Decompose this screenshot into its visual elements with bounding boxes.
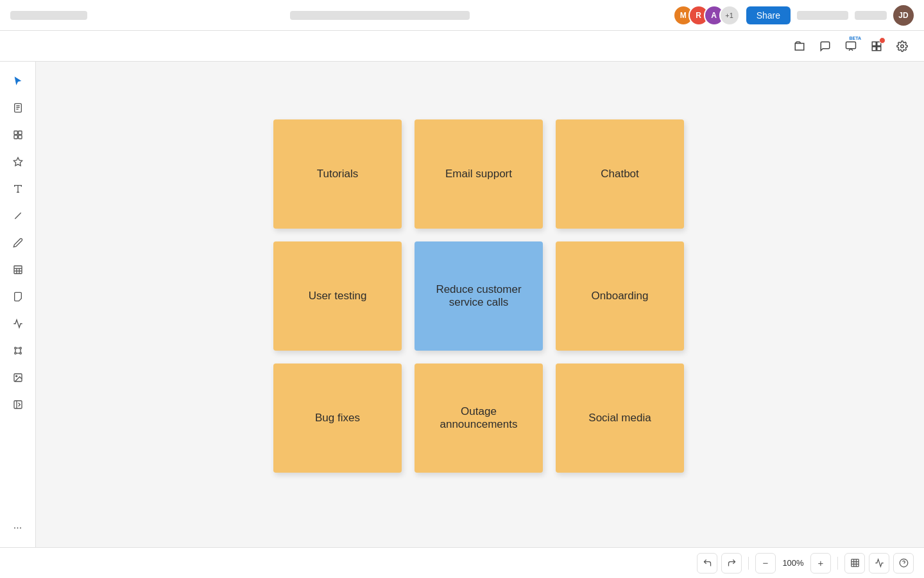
topbar-title: [10, 11, 87, 20]
avatar-current-user: JD: [893, 5, 914, 26]
zoom-out-button[interactable]: −: [755, 553, 776, 574]
topbar-left: [10, 11, 87, 20]
bottombar: − 100% +: [0, 547, 924, 578]
topbar-right: M R A +1 Share JD: [673, 5, 914, 26]
beta-label: BETA: [849, 36, 861, 40]
tool-embed[interactable]: [6, 393, 30, 416]
zoom-in-button[interactable]: +: [810, 553, 831, 574]
share-button[interactable]: Share: [746, 6, 791, 24]
tool-text[interactable]: [6, 177, 30, 200]
svg-rect-3: [872, 46, 876, 50]
svg-rect-2: [877, 42, 881, 46]
undo-button[interactable]: [697, 553, 717, 574]
tool-table[interactable]: [6, 258, 30, 281]
svg-line-17: [15, 213, 21, 218]
tool-components[interactable]: [6, 123, 30, 146]
sticky-note-reduce-calls[interactable]: Reduce customer service calls: [415, 241, 543, 351]
sticky-notes-grid: Tutorials Email support Chatbot User tes…: [273, 119, 684, 473]
svg-rect-4: [877, 46, 881, 50]
secondary-toolbar: BETA: [0, 31, 924, 62]
tool-line[interactable]: [6, 204, 30, 227]
tool-image[interactable]: [6, 366, 30, 389]
sticky-note-user-testing[interactable]: User testing: [273, 241, 402, 351]
svg-rect-10: [14, 131, 17, 134]
svg-rect-18: [14, 266, 22, 274]
bottom-divider-2: [837, 557, 838, 570]
fit-view-button[interactable]: [844, 553, 865, 574]
sticky-note-social-media[interactable]: Social media: [556, 363, 684, 473]
svg-point-23: [14, 347, 16, 349]
svg-point-5: [901, 44, 904, 48]
tool-pencil[interactable]: [6, 231, 30, 254]
svg-rect-13: [18, 136, 21, 139]
svg-marker-14: [13, 157, 22, 166]
help-button[interactable]: [893, 553, 914, 574]
topbar-center: [290, 11, 470, 20]
topbar-pill-2: [855, 11, 887, 20]
topbar: M R A +1 Share JD: [0, 0, 924, 31]
svg-point-26: [19, 353, 21, 355]
svg-point-32: [15, 376, 17, 377]
tool-sticky[interactable]: [6, 285, 30, 308]
sticky-note-email-support[interactable]: Email support: [415, 119, 543, 229]
redo-button[interactable]: [721, 553, 742, 574]
tool-document[interactable]: [6, 96, 30, 119]
toolbar-grid-icon[interactable]: [865, 35, 888, 58]
avatar-group: M R A +1: [673, 5, 740, 26]
bottom-divider-1: [748, 557, 749, 570]
sticky-note-bug-fixes[interactable]: Bug fixes: [273, 363, 402, 473]
svg-point-24: [19, 347, 21, 349]
tool-more[interactable]: ···: [6, 516, 30, 539]
activity-button[interactable]: [869, 553, 889, 574]
toolbar-comment-icon[interactable]: [814, 35, 837, 58]
svg-rect-35: [851, 559, 858, 566]
svg-rect-12: [14, 136, 17, 139]
zoom-control: 100%: [780, 558, 807, 568]
left-sidebar: ···: [0, 62, 36, 547]
zoom-level-label: 100%: [780, 558, 807, 568]
tool-star[interactable]: [6, 150, 30, 173]
sticky-note-onboarding[interactable]: Onboarding: [556, 241, 684, 351]
topbar-search: [290, 11, 470, 20]
tool-cursor[interactable]: [6, 69, 30, 92]
svg-rect-1: [872, 42, 876, 46]
avatar-extra-count: +1: [719, 5, 740, 26]
tool-flow[interactable]: [6, 339, 30, 362]
canvas-area[interactable]: Tutorials Email support Chatbot User tes…: [36, 62, 924, 547]
toolbar-folder-icon[interactable]: [788, 35, 811, 58]
svg-point-25: [14, 353, 16, 355]
tool-chart[interactable]: [6, 312, 30, 335]
svg-rect-0: [846, 42, 856, 49]
sticky-note-outage-announcements[interactable]: Outage announcements: [415, 363, 543, 473]
main-content: ··· Tutorials Email support Chatbot User…: [0, 62, 924, 547]
topbar-pill-1: [797, 11, 848, 20]
toolbar-settings-icon[interactable]: [891, 35, 914, 58]
svg-rect-11: [18, 131, 21, 134]
sticky-note-tutorials[interactable]: Tutorials: [273, 119, 402, 229]
sticky-note-chatbot[interactable]: Chatbot: [556, 119, 684, 229]
